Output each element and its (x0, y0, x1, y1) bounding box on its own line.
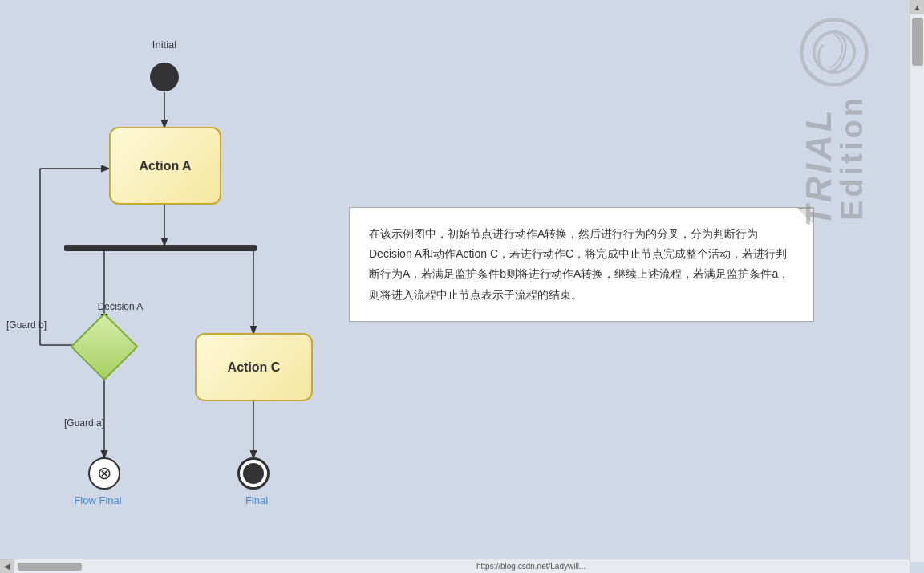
fork-bar (64, 245, 257, 251)
scrollbar-right[interactable]: ▲ (910, 0, 924, 562)
final-label: Final (241, 494, 273, 506)
flow-final-node: ⊗ (88, 457, 120, 490)
svg-point-10 (814, 32, 854, 72)
decision-a-label: Decision A (80, 301, 160, 312)
scroll-thumb-bottom[interactable] (18, 563, 82, 571)
action-c-box: Action C (195, 333, 313, 401)
canvas: Initial Action A Decision A [Guard b] [G… (0, 0, 898, 562)
guard-b-label: [Guard b] (6, 319, 47, 331)
scroll-left-arrow[interactable]: ◀ (0, 559, 14, 574)
flow-final-label: Flow Final (66, 494, 130, 506)
action-a-box: Action A (109, 127, 221, 205)
decision-a-diamond (71, 313, 139, 381)
action-c-label: Action C (228, 360, 281, 375)
initial-label: Initial (140, 39, 188, 51)
watermark-logo (798, 16, 870, 88)
edition-text: Edition (837, 95, 867, 221)
initial-node (150, 63, 179, 91)
url-text: https://blog.csdn.net/Ladywill... (476, 562, 586, 571)
scroll-thumb-right[interactable] (912, 18, 923, 66)
guard-a-label: [Guard a] (64, 417, 104, 429)
scroll-up-arrow[interactable]: ▲ (910, 0, 925, 14)
note-text: 在该示例图中，初始节点进行动作A转换，然后进行行为的分叉，分为判断行为Decis… (369, 227, 789, 301)
action-a-label: Action A (139, 159, 191, 173)
svg-point-9 (802, 20, 867, 85)
note-box: 在该示例图中，初始节点进行动作A转换，然后进行行为的分叉，分为判断行为Decis… (349, 207, 814, 322)
final-node (237, 457, 270, 490)
url-bar: https://blog.csdn.net/Ladywill... (473, 559, 910, 573)
